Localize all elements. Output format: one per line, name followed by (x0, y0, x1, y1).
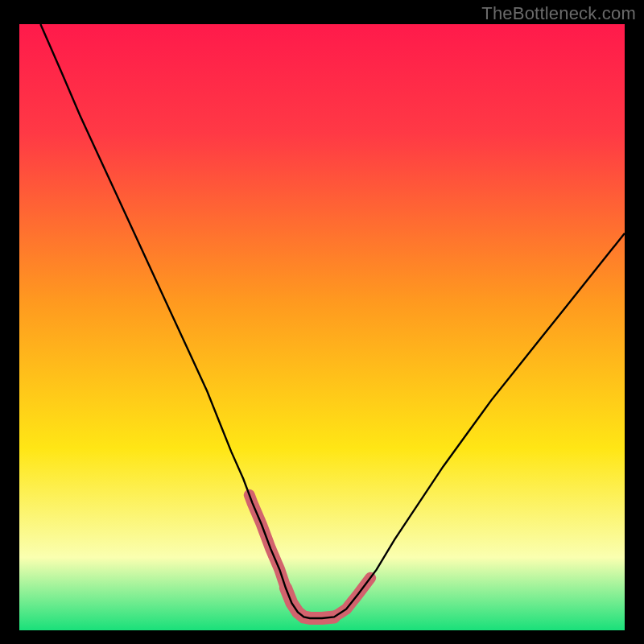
plot-background (19, 24, 625, 630)
watermark-text: TheBottleneck.com (481, 3, 636, 24)
chart-canvas: TheBottleneck.com (0, 0, 644, 644)
bottleneck-chart (0, 0, 644, 644)
